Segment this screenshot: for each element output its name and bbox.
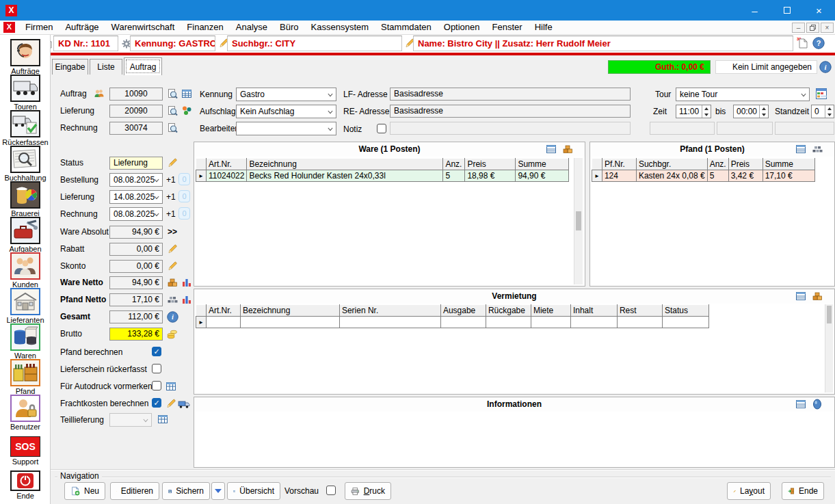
sidebar-item-touren[interactable]: Touren — [0, 75, 51, 111]
mdi-close-button[interactable]: × — [821, 23, 834, 33]
spinner-arrows[interactable] — [825, 105, 834, 118]
sidebar-item-buchhaltung[interactable]: Buchhaltung — [0, 146, 51, 182]
vermietung-crate-icon[interactable] — [812, 291, 823, 302]
skonto-field[interactable]: 0,00 € — [109, 260, 163, 273]
col-artnr[interactable]: Art.Nr. — [206, 159, 247, 170]
empty-cell[interactable] — [240, 317, 339, 328]
coins-icon[interactable] — [166, 328, 178, 340]
tab-liste[interactable]: Liste — [90, 59, 122, 75]
empty-cell[interactable] — [662, 317, 708, 328]
col-preis[interactable]: Preis — [465, 159, 516, 170]
lieferung-date-select[interactable]: 14.08.2025 — [109, 190, 163, 204]
sichern-button[interactable]: Sichern — [162, 482, 210, 500]
spinner-arrows[interactable] — [759, 105, 768, 118]
druck-button[interactable]: Druck — [345, 482, 391, 500]
gesamt-info-icon[interactable]: i — [166, 310, 178, 323]
menu-firmen[interactable]: Firmen — [19, 21, 59, 34]
customer-people-icon[interactable] — [93, 88, 105, 100]
cell-artnr[interactable]: 11024022 — [206, 170, 247, 182]
lieferung-search-icon[interactable] — [166, 105, 178, 117]
sidebar-item-rueckerfassen[interactable]: Rückerfassen — [0, 110, 51, 146]
sidebar-item-auftraege[interactable]: Aufträge — [0, 39, 51, 75]
frachtkosten-checkbox[interactable]: ✓ — [152, 398, 161, 408]
pfand-berechnen-checkbox[interactable]: ✓ — [152, 347, 161, 356]
empty-cell[interactable] — [531, 317, 570, 328]
col-pfnr[interactable]: Pf.Nr. — [602, 159, 636, 170]
cell-preis[interactable]: 3,42 € — [728, 170, 763, 182]
menu-kassensystem[interactable]: Kassensystem — [305, 21, 375, 34]
vorschau-checkbox[interactable] — [326, 486, 336, 495]
col-bezeichnung[interactable]: Bezeichnung — [247, 159, 443, 170]
standzeit-spinner[interactable]: 0 — [811, 105, 834, 118]
mdi-restore-button[interactable] — [806, 23, 819, 33]
empty-cell[interactable] — [570, 317, 617, 328]
skonto-edit-pencil-icon[interactable] — [166, 260, 178, 272]
pfand-list-icon[interactable] — [795, 144, 807, 155]
col-suchbgr[interactable]: Suchbgr. — [636, 159, 707, 170]
menu-fenster[interactable]: Fenster — [486, 21, 529, 34]
cell-suchbgr[interactable]: Kasten 24x 0,08 € — [636, 170, 707, 182]
lieferschein-rueckerfasst-checkbox[interactable] — [152, 364, 161, 373]
menu-hilfe[interactable]: Hilfe — [529, 21, 559, 34]
col-rueckgabe[interactable]: Rückgabe — [486, 305, 531, 317]
sql-doc-icon[interactable]: 30 — [796, 36, 808, 49]
editieren-button[interactable]: Editieren — [110, 482, 159, 500]
cell-pfnr[interactable]: 124 — [602, 170, 636, 182]
sidebar-item-brauerei[interactable]: Brauerei — [0, 181, 51, 217]
col-ausgabe[interactable]: Ausgabe — [440, 305, 486, 317]
informationen-sphere-icon[interactable] — [812, 399, 823, 410]
empty-cell[interactable] — [440, 317, 486, 328]
layout-button[interactable]: Layout — [727, 482, 771, 500]
zeit-bis-spinner[interactable]: 00:00 — [733, 105, 769, 118]
ware-crate-icon[interactable] — [562, 144, 574, 155]
status-field[interactable]: Lieferung — [109, 157, 163, 170]
sidebar-item-support[interactable]: SOS Support — [0, 436, 51, 466]
col-artnr[interactable]: Art.Nr. — [206, 305, 240, 317]
col-inhalt[interactable]: Inhalt — [570, 305, 617, 317]
vermietung-scrollbar[interactable] — [825, 304, 833, 393]
spinner-arrows[interactable] — [702, 105, 711, 118]
autodruck-grid-icon[interactable] — [165, 380, 177, 393]
mdi-minimize-button[interactable]: – — [792, 23, 805, 33]
pfand-chart-icon[interactable] — [181, 293, 193, 306]
tour-planning-icon[interactable] — [815, 88, 827, 100]
bearbeiter-select[interactable] — [236, 122, 336, 135]
col-anz[interactable]: Anz. — [707, 159, 728, 170]
bestellung-date-select[interactable]: 08.08.2025 — [109, 173, 163, 187]
window-close-button[interactable]: × — [803, 0, 835, 21]
informationen-list-icon[interactable] — [795, 399, 807, 410]
customer-id-field[interactable]: Kennung: GASTRO — [130, 36, 215, 51]
lf-adresse-field[interactable]: Basisadresse — [390, 88, 631, 101]
sidebar-item-kunden[interactable]: Kunden — [0, 252, 51, 289]
vermietung-empty-row[interactable]: ► — [196, 317, 709, 328]
ware-crate-icon[interactable] — [166, 276, 178, 289]
lieferung-status-dots-icon[interactable] — [181, 105, 193, 117]
menu-auftraege[interactable]: Aufträge — [59, 21, 105, 34]
auftrag-number-field[interactable]: 10090 — [109, 88, 163, 101]
empty-cell[interactable] — [206, 317, 240, 328]
status-edit-pencil-icon[interactable] — [166, 157, 178, 169]
aufschlag-select[interactable]: Kein Aufschlag — [236, 105, 336, 118]
frachtkosten-pencil-icon[interactable] — [165, 397, 177, 410]
sidebar-item-aufgaben[interactable]: Aufgaben — [0, 217, 51, 253]
autodruck-checkbox[interactable] — [152, 381, 161, 390]
pfand-crates-icon[interactable] — [812, 144, 823, 155]
zeit-von-spinner[interactable]: 11:00 — [676, 105, 711, 118]
sidebar-item-lieferanten[interactable]: Lieferanten — [0, 288, 51, 324]
ware-chart-icon[interactable] — [181, 276, 193, 289]
cell-preis[interactable]: 18,98 € — [465, 170, 516, 182]
cell-anz[interactable]: 5 — [443, 170, 465, 182]
bestellung-plus-button[interactable]: 0 — [178, 173, 190, 185]
auftrag-search-icon[interactable] — [166, 88, 178, 100]
sidebar-item-pfand[interactable]: Pfand — [0, 359, 51, 395]
empty-cell[interactable] — [486, 317, 531, 328]
tab-eingabe[interactable]: Eingabe — [52, 59, 88, 75]
ware-list-icon[interactable] — [546, 144, 557, 155]
customer-number-field[interactable]: KD Nr.: 1101 — [53, 36, 118, 51]
menu-warenwirtschaft[interactable]: Warenwirtschaft — [105, 21, 181, 34]
empty-cell[interactable] — [339, 317, 440, 328]
rechnung-plus-button[interactable]: 0 — [178, 207, 190, 220]
pfand-data-row[interactable]: ► 124 Kasten 24x 0,08 € 5 3,42 € 17,10 € — [592, 170, 815, 182]
ende-button[interactable]: Ende — [782, 482, 824, 500]
teillieferung-grid-icon[interactable] — [157, 413, 169, 425]
